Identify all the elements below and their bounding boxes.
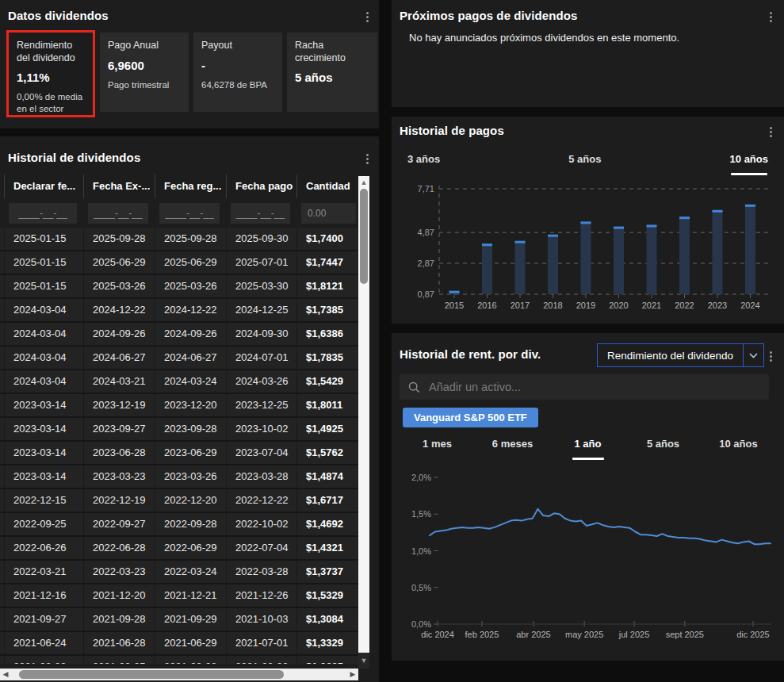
cell-date: 2021-12-20 <box>83 584 155 607</box>
column-header-2[interactable]: Fecha Ex-... <box>83 174 155 198</box>
search-box[interactable] <box>400 374 769 400</box>
cell-date: 2021-09-29 <box>155 608 226 630</box>
table-row: 2021-12-162021-12-202021-12-212021-12-26… <box>0 584 358 608</box>
tab-5-años[interactable]: 5 años <box>568 151 601 166</box>
svg-text:feb 2025: feb 2025 <box>465 630 499 639</box>
column-header-5[interactable]: Cantidad <box>296 174 362 198</box>
cell-date: 2022-12-19 <box>83 489 155 512</box>
svg-text:2019: 2019 <box>576 301 595 310</box>
cell-date: 2025-09-30 <box>226 228 296 250</box>
tab-1-mes[interactable]: 1 mes <box>400 436 475 450</box>
tab-label: 6 meses <box>492 438 533 450</box>
cell-date: 2021-06-28 <box>83 632 155 654</box>
table-row: 2022-09-252022-09-272022-09-282022-10-02… <box>0 513 358 537</box>
panel-title: Historial de dividendos <box>8 151 140 164</box>
cell-date: 2021-03-28 <box>155 656 226 664</box>
stat-card-1: Rendimiento del dividendo1,11%0,00% de m… <box>6 30 95 117</box>
table-row: 2025-01-152025-03-262025-03-262025-03-30… <box>0 275 358 299</box>
cell-date: 2023-03-14 <box>4 418 83 440</box>
tab-6-meses[interactable]: 6 meses <box>475 436 550 450</box>
horizontal-scrollbar[interactable]: ◀ ▶ <box>0 669 358 680</box>
cell-date: 2023-03-14 <box>4 466 83 488</box>
cell-date: 2023-07-04 <box>226 442 296 464</box>
tab-10-años[interactable]: 10 años <box>730 151 768 166</box>
cell-date: 2023-03-14 <box>4 442 83 464</box>
table-row: 2022-06-262022-06-282022-06-292022-07-04… <box>0 537 358 561</box>
tab-label: 10 años <box>719 438 757 450</box>
svg-text:2015: 2015 <box>445 301 464 310</box>
cell-amount: $1,3737 <box>296 561 358 583</box>
column-header-4[interactable]: Fecha pago <box>226 174 296 198</box>
vertical-scrollbar[interactable]: ▲ ▼ <box>358 176 369 669</box>
more-options-icon[interactable] <box>765 349 776 363</box>
tab-label: 3 años <box>407 153 440 165</box>
horizontal-scrollbar-thumb[interactable] <box>19 670 284 679</box>
cell-date: 2024-03-04 <box>4 370 83 393</box>
more-options-icon[interactable] <box>765 125 776 139</box>
svg-text:0,87: 0,87 <box>418 289 434 299</box>
filter-input-2[interactable] <box>88 203 148 224</box>
panel-title: Próximos pagos de dividendos <box>400 9 578 22</box>
cell-amount: $1,4321 <box>296 537 358 559</box>
more-options-icon[interactable] <box>361 151 373 166</box>
vertical-scrollbar-thumb[interactable] <box>360 189 368 284</box>
scroll-right-icon[interactable]: ▶ <box>347 669 358 680</box>
tab-5-años[interactable]: 5 años <box>625 436 701 450</box>
svg-text:jul 2025: jul 2025 <box>618 630 650 639</box>
cell-date: 2022-03-23 <box>83 561 155 583</box>
cell-date: 2025-09-28 <box>83 228 155 250</box>
cell-date: 2023-03-14 <box>4 394 83 416</box>
svg-text:2021: 2021 <box>642 301 661 310</box>
column-header-3[interactable]: Fecha reg... <box>155 174 226 198</box>
filter-input-4[interactable] <box>231 203 290 224</box>
svg-text:2016: 2016 <box>477 301 496 310</box>
cell-date: 2025-07-01 <box>226 251 296 274</box>
chevron-down-icon <box>743 344 763 366</box>
cell-amount: $1,4925 <box>296 418 358 440</box>
cell-date: 2024-03-04 <box>4 347 83 369</box>
cell-amount: $1,4874 <box>296 466 358 488</box>
more-options-icon[interactable] <box>765 10 776 24</box>
panel-proximos-pagos: Próximos pagos de dividendos No hay anun… <box>392 0 784 107</box>
table-body: 2025-01-152025-09-282025-09-282025-09-30… <box>0 228 358 664</box>
tab-3-años[interactable]: 3 años <box>407 151 440 166</box>
cell-amount: $1,6386 <box>296 323 358 345</box>
cell-date: 2022-03-28 <box>226 561 296 583</box>
svg-text:2024: 2024 <box>740 301 759 310</box>
column-header-1[interactable]: Declarar fe... <box>4 174 83 198</box>
more-options-icon[interactable] <box>361 10 373 24</box>
table-row: 2024-03-042024-09-262024-09-262024-09-30… <box>0 323 358 347</box>
tab-10-años[interactable]: 10 años <box>701 436 776 450</box>
filter-input-1[interactable] <box>9 203 77 224</box>
scroll-down-icon[interactable]: ▼ <box>358 653 369 669</box>
cell-date: 2023-12-25 <box>226 394 296 416</box>
stat-card-value: 6,9600 <box>108 59 181 72</box>
cell-date: 2023-09-27 <box>83 418 155 440</box>
cell-date: 2022-09-27 <box>83 513 155 535</box>
table-row: 2024-03-042024-03-212024-03-242024-03-26… <box>0 370 358 394</box>
search-input[interactable] <box>427 380 760 394</box>
panel-title: Historial de rent. por div. <box>400 347 541 361</box>
svg-text:sept 2025: sept 2025 <box>666 630 704 639</box>
filter-input-3[interactable] <box>159 203 220 224</box>
scroll-left-icon[interactable]: ◀ <box>0 669 11 680</box>
metric-dropdown[interactable]: Rendimiento del dividendo <box>597 343 764 367</box>
cell-amount: $1,5329 <box>296 584 358 607</box>
cell-date: 2021-12-26 <box>226 584 296 607</box>
filter-input-5[interactable] <box>301 203 356 224</box>
asset-tag[interactable]: Vanguard S&P 500 ETF <box>403 408 538 427</box>
table-row: 2023-03-142023-06-282023-06-292023-07-04… <box>0 442 358 466</box>
table-row: 2022-03-212022-03-232022-03-242022-03-28… <box>0 561 358 584</box>
stat-card-value: - <box>201 59 274 72</box>
cell-date: 2025-03-26 <box>155 275 226 297</box>
tab-1-año[interactable]: 1 año <box>550 436 625 450</box>
stat-card-label: Payout <box>201 40 274 52</box>
cell-amount: $1,6717 <box>296 489 358 512</box>
panel-title: Historial de pagos <box>400 124 504 137</box>
cell-date: 2022-12-20 <box>155 489 226 512</box>
panel-title: Datos dividendos <box>8 9 109 22</box>
cell-amount: $1,5429 <box>296 370 358 393</box>
svg-text:0,5%: 0,5% <box>411 583 431 592</box>
range-tabs: 1 mes6 meses1 año5 años10 años <box>400 436 776 450</box>
scroll-up-icon[interactable]: ▲ <box>358 177 369 188</box>
